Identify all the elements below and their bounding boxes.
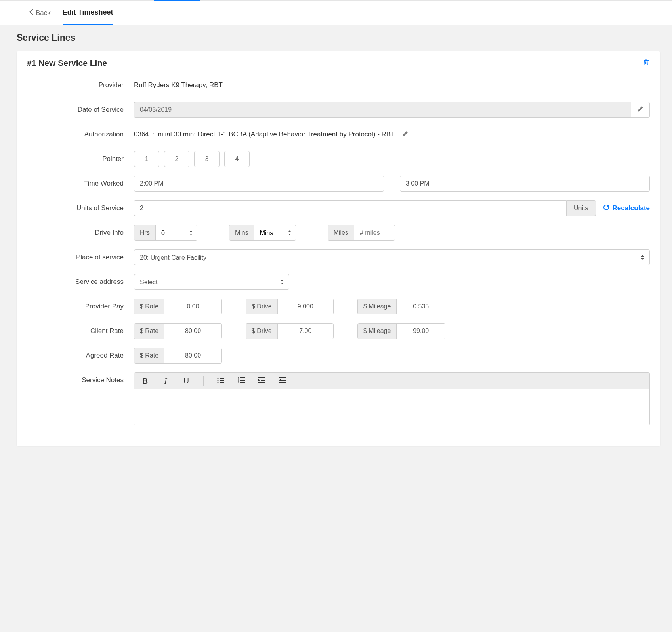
drive-mins-group: Mins Mins bbox=[229, 225, 296, 241]
date-of-service-input bbox=[134, 102, 631, 118]
editor-toolbar: B I U 123 bbox=[134, 373, 649, 389]
svg-rect-3 bbox=[220, 380, 224, 381]
back-label: Back bbox=[36, 9, 51, 17]
rate-addon: $ Rate bbox=[134, 348, 164, 363]
pencil-icon bbox=[637, 106, 643, 114]
service-address-label: Service address bbox=[27, 278, 134, 286]
drive-addon: $ Drive bbox=[246, 299, 278, 314]
back-button[interactable]: Back bbox=[12, 9, 51, 17]
svg-rect-9 bbox=[240, 380, 245, 381]
pointer-4[interactable]: 4 bbox=[224, 151, 250, 167]
svg-rect-12 bbox=[258, 377, 265, 378]
pointer-label: Pointer bbox=[27, 155, 134, 163]
svg-point-0 bbox=[218, 377, 219, 379]
drive-hrs-select[interactable]: 0 bbox=[156, 225, 197, 240]
bold-icon: B bbox=[142, 377, 148, 386]
service-address-select[interactable]: Select bbox=[134, 274, 289, 290]
edit-authorization-button[interactable] bbox=[402, 130, 409, 138]
delete-service-line-button[interactable] bbox=[643, 58, 650, 68]
time-start-input[interactable] bbox=[134, 176, 384, 192]
drive-addon: $ Drive bbox=[246, 324, 278, 339]
provider-pay-drive-input[interactable] bbox=[278, 299, 333, 314]
provider-pay-mileage-input[interactable] bbox=[397, 299, 445, 314]
time-end-input[interactable] bbox=[400, 176, 650, 192]
agreed-rate-input[interactable] bbox=[164, 348, 221, 363]
card-title: #1 New Service Line bbox=[27, 58, 107, 68]
svg-marker-13 bbox=[258, 379, 260, 381]
provider-pay-mileage-group: $ Mileage bbox=[357, 299, 445, 314]
trash-icon bbox=[643, 61, 650, 67]
client-rate-label: Client Rate bbox=[27, 327, 134, 335]
agreed-rate-group: $ Rate bbox=[134, 348, 222, 364]
service-notes-textarea[interactable] bbox=[134, 389, 649, 425]
svg-rect-5 bbox=[220, 382, 224, 383]
provider-pay-label: Provider Pay bbox=[27, 303, 134, 310]
svg-rect-15 bbox=[258, 382, 265, 383]
numbered-list-icon: 123 bbox=[238, 377, 245, 386]
pointer-1[interactable]: 1 bbox=[134, 151, 159, 167]
place-of-service-label: Place of service bbox=[27, 253, 134, 261]
provider-pay-rate-input[interactable] bbox=[164, 299, 221, 314]
drive-mins-select[interactable]: Mins bbox=[254, 225, 296, 240]
pencil-icon bbox=[402, 131, 409, 138]
client-rate-rate-input[interactable] bbox=[164, 324, 221, 339]
pointer-3[interactable]: 3 bbox=[194, 151, 220, 167]
agreed-rate-label: Agreed Rate bbox=[27, 352, 134, 360]
authorization-label: Authorization bbox=[27, 130, 134, 138]
units-label: Units of Service bbox=[27, 204, 134, 212]
svg-rect-14 bbox=[261, 380, 265, 381]
italic-button[interactable]: I bbox=[160, 376, 171, 386]
svg-point-2 bbox=[218, 379, 219, 381]
numbered-list-button[interactable]: 123 bbox=[236, 376, 246, 386]
drive-miles-input[interactable] bbox=[354, 225, 395, 240]
provider-pay-drive-group: $ Drive bbox=[246, 299, 334, 314]
refresh-icon bbox=[603, 204, 609, 213]
outdent-icon bbox=[258, 377, 265, 386]
miles-addon: Miles bbox=[328, 225, 354, 240]
client-rate-rate-group: $ Rate bbox=[134, 323, 222, 339]
client-rate-drive-input[interactable] bbox=[278, 324, 333, 339]
svg-rect-11 bbox=[240, 382, 245, 383]
svg-marker-17 bbox=[279, 379, 281, 381]
svg-point-4 bbox=[218, 381, 219, 383]
mileage-addon: $ Mileage bbox=[358, 324, 397, 339]
drive-info-label: Drive Info bbox=[27, 229, 134, 237]
service-line-card: #1 New Service Line Provider Ruff Ryders… bbox=[17, 51, 660, 446]
hrs-addon: Hrs bbox=[134, 225, 156, 240]
client-rate-mileage-group: $ Mileage bbox=[357, 323, 445, 339]
recalculate-label: Recalculate bbox=[613, 204, 650, 212]
service-notes-label: Service Notes bbox=[27, 372, 134, 384]
indent-button[interactable] bbox=[277, 376, 288, 386]
pointer-2[interactable]: 2 bbox=[164, 151, 189, 167]
underline-button[interactable]: U bbox=[181, 376, 191, 386]
indent-icon bbox=[279, 377, 286, 386]
tab-edit-timesheet[interactable]: Edit Timesheet bbox=[63, 1, 113, 25]
authorization-value: 0364T: Initial 30 min: Direct 1-1 BCBA (… bbox=[134, 130, 395, 138]
place-of-service-select[interactable]: 20: Urgent Care Facility bbox=[134, 249, 650, 265]
bold-button[interactable]: B bbox=[140, 376, 150, 386]
page-header: Back Edit Timesheet bbox=[0, 1, 672, 25]
drive-hrs-group: Hrs 0 bbox=[134, 225, 197, 241]
italic-icon: I bbox=[164, 377, 167, 386]
outdent-button[interactable] bbox=[257, 376, 267, 386]
rate-addon: $ Rate bbox=[134, 299, 164, 314]
svg-rect-19 bbox=[279, 382, 286, 383]
mileage-addon: $ Mileage bbox=[358, 299, 397, 314]
edit-date-button[interactable] bbox=[631, 102, 650, 118]
drive-miles-group: Miles bbox=[328, 225, 395, 241]
svg-rect-16 bbox=[279, 377, 286, 378]
chevron-left-icon bbox=[29, 9, 33, 17]
bullet-list-button[interactable] bbox=[216, 376, 226, 386]
svg-rect-1 bbox=[220, 378, 224, 379]
client-rate-mileage-input[interactable] bbox=[397, 324, 445, 339]
svg-rect-7 bbox=[240, 377, 245, 378]
units-input[interactable] bbox=[134, 200, 566, 216]
underline-icon: U bbox=[183, 377, 189, 385]
time-worked-label: Time Worked bbox=[27, 180, 134, 188]
units-suffix: Units bbox=[566, 200, 596, 216]
recalculate-button[interactable]: Recalculate bbox=[603, 204, 650, 213]
service-notes-editor: B I U 123 bbox=[134, 372, 650, 425]
bullet-list-icon bbox=[217, 377, 224, 386]
svg-rect-18 bbox=[281, 380, 286, 381]
svg-text:3: 3 bbox=[238, 381, 239, 383]
